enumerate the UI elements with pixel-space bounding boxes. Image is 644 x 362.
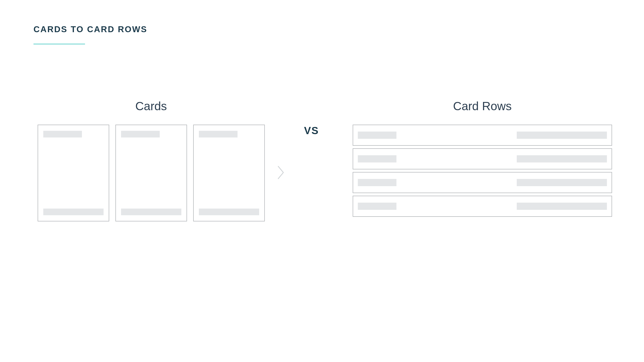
card-rows-column: Card Rows: [353, 99, 612, 217]
card-footer-placeholder: [199, 209, 259, 215]
row-title-placeholder: [358, 203, 396, 210]
page-title: CARDS TO CARD ROWS: [33, 24, 147, 34]
card-row-placeholder: [353, 125, 612, 146]
cards-label: Cards: [135, 99, 167, 113]
chevron-right-icon: [277, 165, 285, 181]
card-placeholder: [38, 125, 109, 221]
card-rows-stack: [353, 125, 612, 217]
row-content-placeholder: [517, 203, 607, 210]
row-content-placeholder: [517, 179, 607, 186]
comparison-container: Cards VS Card Rows: [0, 99, 644, 221]
card-placeholder: [115, 125, 187, 221]
card-title-placeholder: [199, 131, 238, 137]
title-underline: [33, 44, 85, 44]
vs-column: VS: [270, 99, 353, 136]
card-footer-placeholder: [43, 209, 104, 215]
row-title-placeholder: [358, 132, 396, 139]
cards-column: Cards: [32, 99, 270, 221]
card-footer-placeholder: [121, 209, 181, 215]
row-content-placeholder: [517, 132, 607, 139]
card-row-placeholder: [353, 148, 612, 169]
card-row-placeholder: [353, 196, 612, 217]
row-content-placeholder: [517, 155, 607, 162]
cards-row: [38, 125, 265, 221]
card-row-placeholder: [353, 172, 612, 193]
vs-label: VS: [304, 125, 319, 136]
row-title-placeholder: [358, 179, 396, 186]
card-title-placeholder: [43, 131, 82, 137]
card-placeholder: [193, 125, 265, 221]
card-rows-label: Card Rows: [453, 99, 512, 113]
card-title-placeholder: [121, 131, 160, 137]
row-title-placeholder: [358, 155, 396, 162]
